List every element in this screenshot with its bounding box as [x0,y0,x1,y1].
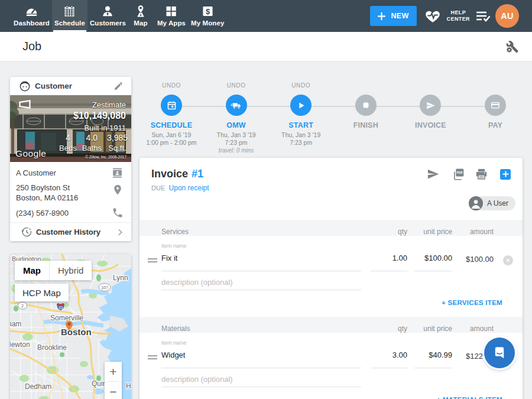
stat-baths: 4.0 Baths [82,133,102,153]
service-description-input[interactable] [161,275,361,290]
assignee-chip[interactable]: A User [469,196,515,210]
map-label-dedham: Dedham [25,382,51,391]
timeline-step-start: UNDO START Thu, Jan 3 '19 7:23 pm [265,76,336,147]
svg-text:$: $ [206,7,210,16]
customer-card-body: A Customer 250 Boylston St Boston, MA 02… [10,162,131,241]
checklist-icon[interactable] [474,8,492,24]
undo-omw-link[interactable]: UNDO [227,82,246,89]
customer-phone: (234) 567-8900 [16,209,69,218]
customer-card-title: Customer [35,82,72,90]
phone-icon[interactable] [112,207,124,219]
edit-customer-button[interactable] [113,81,124,91]
nav-item-my-apps[interactable]: My Apps [155,0,188,32]
map-type-control: Map Hybrid [15,261,92,280]
location-pin-icon[interactable] [112,184,124,196]
finish-step-button[interactable] [355,95,377,116]
section-name: Materials [161,325,361,333]
stat-sqft: 3,985 Sq.ft. [107,133,128,153]
map-type-map-button[interactable]: Map [15,261,49,280]
schedule-calendar-icon [63,4,76,18]
print-button[interactable] [475,167,488,181]
drag-handle-icon[interactable] [140,257,161,271]
add-services-row: + SERVICES ITEM [140,297,523,307]
user-avatar[interactable]: AU [495,4,519,28]
top-navbar: Dashboard Schedule Customers Map My Apps [0,0,532,32]
job-settings-button[interactable] [505,40,519,54]
job-header-bar: Job [0,32,532,61]
nav-item-map[interactable]: Map [131,0,150,32]
pay-step-button[interactable] [485,95,506,116]
invoice-actions: PDF [426,167,511,181]
svg-text:PDF: PDF [456,171,463,174]
item-name-label: Item name [161,243,361,251]
contact-card-icon[interactable] [111,167,124,179]
hcp-map-button[interactable]: HCP Map [15,284,69,301]
timeline-step-omw: UNDO OMW Thu, Jan 3 '19 7:23 pm travel: … [201,76,272,154]
due-label: DUE [151,184,165,192]
pdf-button[interactable]: PDF [452,167,465,181]
drag-handle-icon[interactable] [140,353,161,368]
nav-item-dashboard[interactable]: Dashboard [11,0,52,32]
map-label-somerville: Somerville [50,314,83,322]
close-icon [506,258,510,262]
service-unit-price-input[interactable] [414,251,452,271]
material-item-name-input[interactable] [161,348,361,368]
service-line-item: Item name $100.00 [140,243,523,290]
help-center-link[interactable]: HELP CENTER [447,9,470,22]
map-card: Burlington Lynn Somerville ham Newton Br… [10,254,131,399]
zestimate-label: Zestimate [92,100,126,109]
invoice-number[interactable]: #1 [192,168,203,180]
chat-fab-button[interactable] [484,338,515,368]
plus-icon [502,171,509,177]
add-materials-item-link[interactable]: + MATERIALS ITEM [436,396,502,399]
customer-history-button[interactable]: Customer History [10,223,131,241]
nav-item-schedule[interactable]: Schedule [52,0,87,32]
money-dollar-icon: $ [201,4,215,18]
step-label: OMW [226,121,246,129]
zestimate-value: $10,149,080 [73,111,126,121]
nav-item-customers[interactable]: Customers [87,0,128,32]
step-label: SCHEDULE [151,121,192,129]
undo-schedule-link[interactable]: UNDO [162,82,181,89]
health-heartbeat-icon[interactable] [424,8,442,24]
invoice-title: Invoice [151,168,188,180]
travel-note: travel: 0 mins [219,147,254,154]
timeline-step-pay: PAY [460,76,531,129]
material-description-input[interactable] [161,372,361,387]
send-icon [426,167,440,181]
svg-text:2: 2 [21,304,24,308]
add-services-item-link[interactable]: + SERVICES ITEM [442,299,502,306]
omw-step-button[interactable] [226,95,247,116]
street-view-icon[interactable] [18,99,31,109]
invoice-step-button[interactable] [420,95,441,116]
zoom-out-button[interactable]: − [105,382,122,399]
material-qty-input[interactable] [371,348,407,368]
section-name: Services [161,228,361,236]
avatar-initials: AU [501,11,514,21]
timeline-step-invoice: INVOICE [395,76,466,129]
zoom-in-button[interactable]: + [105,362,122,381]
pencil-icon [113,81,124,91]
material-unit-price-input[interactable] [414,348,452,368]
service-qty-input[interactable] [371,251,407,271]
nav-item-my-money[interactable]: $ My Money [189,0,226,32]
remove-service-item-button[interactable] [503,255,513,265]
send-icon [426,100,436,111]
undo-start-link[interactable]: UNDO [291,82,310,89]
map-type-hybrid-button[interactable]: Hybrid [50,261,92,280]
due-value-link[interactable]: Upon receipt [169,184,209,192]
card-icon [491,100,500,110]
start-step-button[interactable] [290,95,312,116]
col-unit-price-header: unit price [414,228,452,236]
nav-label: Schedule [54,20,85,27]
person-icon [469,196,483,210]
schedule-step-button[interactable] [161,95,182,116]
service-item-name-input[interactable] [161,251,361,271]
map-zoom-control: + − [105,362,122,399]
send-invoice-button[interactable] [426,167,440,181]
add-invoice-button[interactable] [500,169,511,180]
col-amount-header: amount [452,228,494,236]
new-button[interactable]: NEW [370,6,417,26]
materials-section-header: Materials qty unit price amount [140,317,523,333]
nav-label: Customers [90,20,126,27]
